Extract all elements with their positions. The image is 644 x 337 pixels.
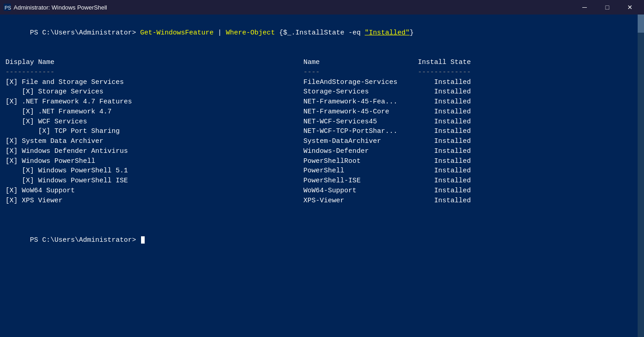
table-row: [X] .NET Framework 4.7 NET-Framework-45-… (5, 107, 629, 117)
new-prompt: PS C:\Users\Administrator> (30, 236, 140, 244)
string-value: "Installed" (365, 29, 410, 37)
close-button[interactable]: ✕ (620, 0, 640, 15)
table-row: [X] System Data Archiver System-DataArch… (5, 137, 629, 147)
title-bar: PS Administrator: Windows PowerShell ─ □… (0, 0, 644, 15)
header-row: Display Name Name Install State (5, 58, 629, 68)
maximize-button[interactable]: □ (597, 0, 618, 15)
scrollbar-thumb[interactable] (638, 15, 644, 33)
table-row: [X] File and Storage Services FileAndSto… (5, 78, 629, 88)
powershell-icon: PS (4, 4, 11, 11)
table-row: [X] Windows PowerShell 5.1 PowerShell In… (5, 166, 629, 176)
cursor (141, 236, 145, 244)
where-cmdlet: Where-Object (226, 29, 275, 37)
separator-row: ------------ ---- ------------- (5, 68, 629, 78)
brace-open: { (275, 29, 283, 37)
table-row: [X] WoW64 Support WoW64-Support Installe… (5, 186, 629, 196)
table-row: [X] XPS Viewer XPS-Viewer Installed (5, 196, 629, 206)
command-line: PS C:\Users\Administrator> Get-WindowsFe… (5, 18, 629, 48)
prompt: PS C:\Users\Administrator> (30, 29, 140, 37)
window-title: Administrator: Windows PowerShell (14, 4, 107, 11)
dollar-var: $_ (283, 29, 291, 37)
blank-line-3 (5, 215, 629, 225)
blank-line-1 (5, 48, 629, 58)
separator: ------------ ---- ------------- (5, 68, 471, 76)
brace-close: } (410, 29, 414, 37)
svg-text:PS: PS (5, 5, 11, 10)
table-row: [X] WCF Services NET-WCF-Services45 Inst… (5, 117, 629, 127)
display-name-header: Display Name Name Install State (5, 59, 471, 66)
scrollbar[interactable] (638, 15, 644, 337)
minimize-button[interactable]: ─ (574, 0, 595, 15)
new-prompt-line: PS C:\Users\Administrator> (5, 225, 629, 255)
terminal-body[interactable]: PS C:\Users\Administrator> Get-WindowsFe… (0, 15, 638, 337)
table-row: [X] Windows PowerShell ISE PowerShell-IS… (5, 176, 629, 186)
table-row: [X] Windows Defender Antivirus Windows-D… (5, 147, 629, 156)
eq-op: -eq (344, 29, 365, 37)
blank-line-2 (5, 205, 629, 215)
dot-prop: .InstallState (291, 29, 344, 37)
get-cmdlet: Get-WindowsFeature (140, 29, 214, 37)
pipe-operator: | (214, 29, 226, 37)
table-row: [X] TCP Port Sharing NET-WCF-TCP-PortSha… (5, 127, 629, 137)
table-row: [X] Storage Services Storage-Services In… (5, 87, 629, 97)
title-bar-controls: ─ □ ✕ (574, 0, 640, 15)
title-bar-left: PS Administrator: Windows PowerShell (4, 4, 107, 11)
table-row: [X] Windows PowerShell PowerShellRoot In… (5, 156, 629, 166)
table-row: [X] .NET Framework 4.7 Features NET-Fram… (5, 97, 629, 107)
